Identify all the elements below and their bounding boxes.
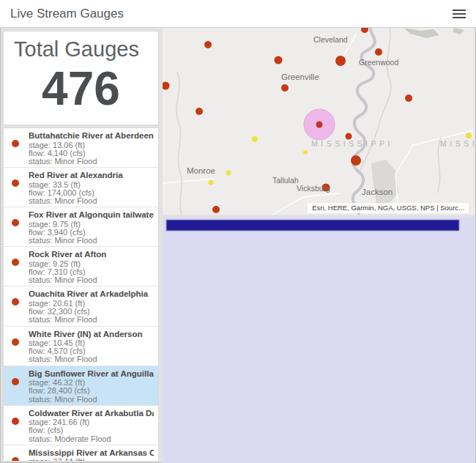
gauge-name: Mississippi River at Arkansas City [29, 448, 154, 458]
gauge-name: Rock River at Afton [29, 250, 154, 259]
map-gauge-marker[interactable] [163, 82, 170, 90]
gauge-detail: status: Minor Flood [29, 237, 154, 245]
gauge-list-item[interactable]: Fox River at Algonquin tailwaterstage: 9… [4, 207, 158, 247]
map-gauge-marker[interactable] [196, 108, 203, 115]
gauge-marker-icon [12, 140, 19, 147]
gauge-name: Big Sunflower River at Anguilla [29, 369, 154, 379]
gauge-name: Fox River at Algonquin tailwater [29, 210, 154, 220]
map-city-label: Tallulah [272, 176, 299, 185]
chart-title-bar [166, 220, 459, 231]
gauge-detail: status: Minor Flood [29, 396, 154, 404]
hydrograph-chart [163, 217, 475, 463]
total-gauges-label: Total Gauges [4, 32, 158, 62]
map-city-label: Greenville [281, 73, 319, 81]
gauge-marker-icon [12, 259, 19, 266]
app-header: Live Stream Gauges [0, 0, 476, 28]
map-gauge-marker[interactable] [204, 41, 212, 48]
map-gauge-marker[interactable] [209, 180, 214, 185]
page-title: Live Stream Gauges [10, 7, 124, 21]
gauge-list-item[interactable]: Coldwater River at Arkabutla Damstage: 2… [4, 406, 158, 445]
gauge-detail: status: Minor Flood [29, 158, 154, 166]
gauge-list[interactable]: Buttahatchie River at Aberdeenstage: 13.… [3, 127, 159, 462]
map-gauge-marker[interactable] [303, 150, 308, 155]
gauge-marker-icon [12, 219, 19, 226]
gauge-list-item[interactable]: Big Sunflower River at Anguillastage: 46… [4, 366, 158, 406]
river-path [353, 28, 375, 215]
gauge-marker-icon [12, 338, 19, 346]
map-city-label: Jackson [362, 188, 393, 196]
gauge-detail: status: Minor Flood [29, 276, 154, 284]
gauge-list-item[interactable]: White River (IN) at Andersonstage: 10.45… [4, 327, 158, 366]
gauge-name: Coldwater River at Arkabutla Dam [29, 409, 154, 418]
map-gauge-marker[interactable] [226, 171, 231, 176]
gauge-marker-icon [12, 298, 19, 305]
gauge-detail: status: Moderate Flood [29, 435, 154, 443]
gauge-marker-icon [12, 418, 19, 425]
map-urban-area [371, 160, 398, 207]
map-gauge-marker[interactable] [405, 95, 412, 102]
map-gauge-marker[interactable] [281, 84, 289, 92]
map-gauge-marker[interactable] [212, 206, 220, 213]
gauge-detail: status: Minor Flood [29, 316, 154, 324]
map-canvas[interactable]: ClevelandGreenwoodGreenvilleMonroeTallul… [163, 28, 475, 215]
map-gauge-marker[interactable] [375, 48, 382, 56]
map-gauge-marker[interactable] [275, 56, 283, 64]
hydrograph-panel [163, 217, 475, 463]
chart-bg [163, 217, 475, 463]
map-road [163, 179, 214, 183]
gauge-name: Red River at Alexandria [29, 171, 154, 180]
map-gauge-marker[interactable] [335, 56, 346, 66]
map-city-label: Cleveland [313, 35, 348, 44]
gauge-detail: flow: (cfs) [29, 426, 154, 434]
map-city-label: Greenwood [359, 58, 398, 67]
gauge-list-item[interactable]: Rock River at Aftonstage: 9.25 (ft)flow:… [4, 247, 158, 286]
gauge-marker-icon [12, 179, 19, 187]
total-gauges-card: Total Gauges 476 [3, 31, 159, 125]
map-lake-shape [453, 28, 464, 34]
gauge-detail: status: Minor Flood [29, 197, 154, 205]
map-stream [176, 72, 182, 215]
map-gauge-marker[interactable] [361, 28, 368, 33]
gauge-list-item[interactable]: Ouachita River at Arkadelphiastage: 20.6… [4, 286, 158, 326]
gauge-list-item[interactable]: Mississippi River at Arkansas Citystage:… [4, 445, 158, 462]
gauge-name: Buttahatchie River at Aberdeen [29, 131, 154, 141]
gauge-marker-icon [12, 378, 19, 385]
gauge-detail: stage: 37.44 (ft) [29, 458, 154, 462]
map-panel[interactable]: ClevelandGreenwoodGreenvilleMonroeTallul… [163, 28, 475, 215]
map-city-label: Vicksburg [297, 184, 330, 193]
gauge-list-item[interactable]: Red River at Alexandriastage: 33.5 (ft)f… [4, 168, 158, 207]
map-attribution: Esri, HERE, Garmin, NGA, USGS, NPS | Sou… [308, 203, 469, 213]
map-lake-shape [404, 28, 439, 38]
gauge-detail: flow: 28,400 (cfs) [29, 387, 154, 395]
map-gauge-marker[interactable] [316, 122, 323, 128]
map-gauge-marker[interactable] [466, 133, 472, 138]
total-gauges-value: 476 [4, 63, 158, 114]
map-city-label: Monroe [187, 166, 215, 175]
map-state-label: MISSISSIPPI [311, 139, 393, 148]
app-window: Live Stream Gauges Total Gauges 476 Butt… [0, 0, 476, 463]
gauge-list-item[interactable]: Buttahatchie River at Aberdeenstage: 13.… [4, 128, 158, 168]
menu-icon[interactable] [453, 7, 466, 21]
map-gauge-marker[interactable] [252, 136, 258, 142]
gauge-marker-icon [12, 457, 19, 462]
gauge-name: Ouachita River at Arkadelphia [29, 289, 154, 299]
map-state-label: MISSISSIPPI [440, 139, 475, 148]
gauge-name: White River (IN) at Anderson [29, 330, 154, 339]
map-gauge-marker[interactable] [351, 155, 361, 166]
gauge-detail: status: Minor Flood [29, 355, 154, 363]
